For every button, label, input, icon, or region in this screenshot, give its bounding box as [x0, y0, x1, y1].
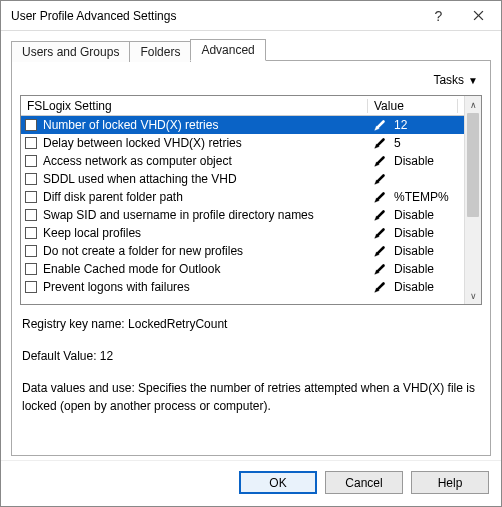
- cancel-button[interactable]: Cancel: [325, 471, 403, 494]
- row-checkbox[interactable]: [25, 209, 37, 221]
- default-value: 12: [100, 349, 113, 363]
- scroll-down-icon[interactable]: ∨: [465, 287, 481, 304]
- tab-users-and-groups[interactable]: Users and Groups: [11, 41, 130, 62]
- row-checkbox[interactable]: [25, 137, 37, 149]
- edit-icon[interactable]: [368, 208, 392, 222]
- setting-label: SDDL used when attaching the VHD: [43, 172, 368, 186]
- scroll-up-icon[interactable]: ∧: [465, 96, 481, 113]
- close-icon[interactable]: [456, 1, 501, 31]
- setting-value: Disable: [392, 244, 464, 258]
- table-row[interactable]: Swap SID and username in profile directo…: [21, 206, 464, 224]
- table-row[interactable]: SDDL used when attaching the VHD: [21, 170, 464, 188]
- edit-icon[interactable]: [368, 280, 392, 294]
- list-header: FSLogix Setting Value: [21, 96, 464, 116]
- details-pane: Registry key name: LockedRetryCount Defa…: [20, 305, 482, 431]
- scroll-thumb[interactable]: [467, 113, 479, 217]
- window-title: User Profile Advanced Settings: [11, 9, 421, 23]
- setting-value: Disable: [392, 226, 464, 240]
- svg-line-19: [378, 266, 384, 272]
- tab-folders[interactable]: Folders: [129, 41, 191, 62]
- row-checkbox[interactable]: [25, 155, 37, 167]
- setting-label: Diff disk parent folder path: [43, 190, 368, 204]
- setting-value: Disable: [392, 262, 464, 276]
- row-checkbox[interactable]: [25, 191, 37, 203]
- setting-value: 5: [392, 136, 464, 150]
- titlebar: User Profile Advanced Settings ?: [1, 1, 501, 31]
- edit-icon[interactable]: [368, 226, 392, 240]
- setting-label: Enable Cached mode for Outlook: [43, 262, 368, 276]
- svg-line-7: [378, 158, 384, 164]
- setting-value: %TEMP%: [392, 190, 464, 204]
- svg-line-21: [378, 284, 384, 290]
- edit-icon[interactable]: [368, 172, 392, 186]
- table-row[interactable]: Enable Cached mode for OutlookDisable: [21, 260, 464, 278]
- svg-line-3: [378, 122, 384, 128]
- table-row[interactable]: Delay between locked VHD(X) retries5: [21, 134, 464, 152]
- vertical-scrollbar[interactable]: ∧ ∨: [464, 96, 481, 304]
- row-checkbox[interactable]: [25, 263, 37, 275]
- setting-label: Prevent logons with failures: [43, 280, 368, 294]
- scroll-track[interactable]: [465, 113, 481, 287]
- row-checkbox[interactable]: [25, 245, 37, 257]
- table-row[interactable]: Keep local profilesDisable: [21, 224, 464, 242]
- tabs: Users and Groups Folders Advanced: [11, 39, 491, 61]
- content-area: Users and Groups Folders Advanced Tasks …: [1, 31, 501, 460]
- settings-list: FSLogix Setting Value Number of locked V…: [20, 95, 482, 305]
- ok-button[interactable]: OK: [239, 471, 317, 494]
- setting-label: Do not create a folder for new profiles: [43, 244, 368, 258]
- svg-line-15: [378, 230, 384, 236]
- table-row[interactable]: Do not create a folder for new profilesD…: [21, 242, 464, 260]
- edit-icon[interactable]: [368, 118, 392, 132]
- registry-key-label: Registry key name:: [22, 317, 128, 331]
- edit-icon[interactable]: [368, 136, 392, 150]
- setting-label: Delay between locked VHD(X) retries: [43, 136, 368, 150]
- setting-label: Access network as computer object: [43, 154, 368, 168]
- row-checkbox[interactable]: [25, 119, 37, 131]
- svg-line-13: [378, 212, 384, 218]
- dialog-buttons: OK Cancel Help: [1, 460, 501, 506]
- edit-icon[interactable]: [368, 262, 392, 276]
- tab-advanced[interactable]: Advanced: [190, 39, 265, 61]
- svg-line-5: [378, 140, 384, 146]
- tasks-menu[interactable]: Tasks ▼: [20, 69, 482, 91]
- chevron-down-icon: ▼: [468, 75, 478, 86]
- row-checkbox[interactable]: [25, 173, 37, 185]
- setting-value: Disable: [392, 280, 464, 294]
- edit-icon[interactable]: [368, 244, 392, 258]
- setting-value: Disable: [392, 154, 464, 168]
- table-row[interactable]: Number of locked VHD(X) retries12: [21, 116, 464, 134]
- row-checkbox[interactable]: [25, 227, 37, 239]
- default-value-label: Default Value:: [22, 349, 100, 363]
- table-row[interactable]: Diff disk parent folder path%TEMP%: [21, 188, 464, 206]
- svg-line-11: [378, 194, 384, 200]
- edit-icon[interactable]: [368, 154, 392, 168]
- column-header-value[interactable]: Value: [368, 99, 458, 113]
- description-label: Data values and use:: [22, 381, 138, 395]
- setting-label: Number of locked VHD(X) retries: [43, 118, 368, 132]
- help-icon[interactable]: ?: [421, 1, 456, 31]
- help-button[interactable]: Help: [411, 471, 489, 494]
- edit-icon[interactable]: [368, 190, 392, 204]
- dialog-window: User Profile Advanced Settings ? Users a…: [0, 0, 502, 507]
- svg-line-17: [378, 248, 384, 254]
- registry-key-value: LockedRetryCount: [128, 317, 227, 331]
- row-checkbox[interactable]: [25, 281, 37, 293]
- setting-value: Disable: [392, 208, 464, 222]
- svg-line-9: [378, 176, 384, 182]
- tasks-label: Tasks: [433, 73, 464, 87]
- setting-label: Keep local profiles: [43, 226, 368, 240]
- table-row[interactable]: Access network as computer objectDisable: [21, 152, 464, 170]
- table-row[interactable]: Prevent logons with failuresDisable: [21, 278, 464, 296]
- setting-label: Swap SID and username in profile directo…: [43, 208, 368, 222]
- setting-value: 12: [392, 118, 464, 132]
- column-header-setting[interactable]: FSLogix Setting: [21, 99, 368, 113]
- tab-panel-advanced: Tasks ▼ FSLogix Setting Value Number of …: [11, 60, 491, 456]
